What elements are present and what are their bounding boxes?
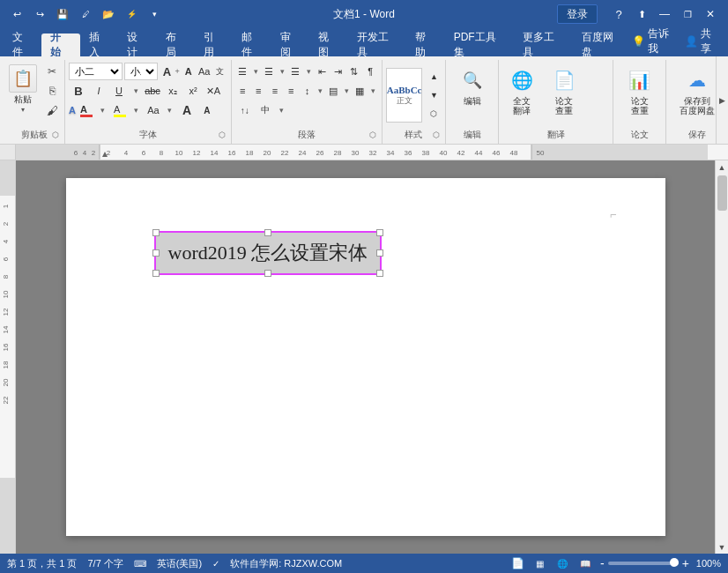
page-info[interactable]: 第 1 页，共 1 页: [7, 557, 77, 570]
qat-more-button[interactable]: ▾: [145, 4, 164, 24]
tab-pdf[interactable]: PDF工具集: [445, 33, 514, 56]
indent-button[interactable]: ⇥: [331, 63, 345, 80]
resize-handle-top[interactable]: [264, 229, 271, 236]
print-layout-view[interactable]: ▦: [531, 555, 547, 571]
multilevel-list-arrow[interactable]: ▾: [304, 63, 314, 80]
paragraph-expand-icon[interactable]: ⬡: [368, 130, 378, 140]
chinese-layout-button[interactable]: 中: [256, 101, 275, 119]
share-button[interactable]: 👤共享: [685, 26, 721, 56]
chinese-layout-arrow[interactable]: ▾: [276, 101, 288, 119]
outdent-button[interactable]: ⇤: [315, 63, 330, 80]
bullet-list-button[interactable]: ☰: [235, 63, 250, 80]
scroll-thumb[interactable]: [717, 175, 727, 211]
styles-up-button[interactable]: ▲: [424, 68, 443, 86]
tab-baidu[interactable]: 百度网盘: [573, 33, 632, 56]
copy-button[interactable]: ⎘: [42, 82, 62, 100]
resize-handle-tl[interactable]: [152, 229, 160, 236]
show-marks-button[interactable]: ¶: [362, 63, 377, 80]
redo-button[interactable]: ↪: [30, 4, 49, 24]
doc-icon[interactable]: 📄: [511, 557, 524, 569]
subscript-button[interactable]: x₂: [163, 82, 182, 100]
zoom-level[interactable]: 100%: [696, 558, 721, 569]
paste-button[interactable]: 📋 粘贴 ▾: [7, 63, 39, 115]
web-view[interactable]: 🌐: [554, 555, 570, 571]
shading2-button[interactable]: ▤: [326, 82, 341, 100]
save-qat-button[interactable]: 💾: [53, 4, 72, 24]
tab-layout[interactable]: 布局: [157, 33, 195, 56]
document-area[interactable]: word2019 怎么设置宋体 ⌐: [16, 160, 715, 554]
justify-button[interactable]: ≡: [284, 82, 299, 100]
italic-button[interactable]: I: [89, 82, 108, 100]
increase-font-button[interactable]: A: [160, 63, 174, 80]
find-button[interactable]: 🔍 编辑: [453, 63, 492, 108]
font-expand-icon[interactable]: ⬡: [217, 130, 227, 140]
vertical-scrollbar[interactable]: ▲ ▼: [715, 160, 728, 554]
word-count[interactable]: 7/7 个字: [87, 557, 123, 570]
change-case-button[interactable]: Aa: [197, 63, 212, 80]
autosave-button[interactable]: ⚡: [122, 4, 141, 24]
para-spacing-button[interactable]: ↑↓: [235, 101, 255, 119]
styles-expand-icon[interactable]: ⬡: [431, 130, 442, 140]
styles-box[interactable]: AaBbCc 正文: [386, 68, 423, 123]
login-button[interactable]: 登录: [557, 4, 598, 24]
font-name-select[interactable]: 小二: [69, 63, 123, 80]
numbered-list-arrow[interactable]: ▾: [278, 63, 287, 80]
phonetics-button[interactable]: 文: [213, 63, 227, 80]
font-size-dec2[interactable]: A: [197, 101, 217, 119]
text-box[interactable]: word2019 怎么设置宋体: [154, 231, 383, 275]
align-left-button[interactable]: ≡: [235, 82, 250, 100]
highlight-button[interactable]: A: [110, 101, 130, 119]
strikethrough-button[interactable]: abc: [143, 82, 162, 100]
scroll-track[interactable]: [716, 174, 728, 540]
cut-button[interactable]: ✂: [42, 63, 62, 80]
tab-mailing[interactable]: 邮件: [233, 33, 271, 56]
numbered-list-button[interactable]: ☰: [262, 63, 277, 80]
save-baidu-button[interactable]: ☁ 保存到百度网盘: [678, 63, 717, 117]
bold-button[interactable]: B: [69, 82, 88, 100]
tab-review[interactable]: 审阅: [271, 33, 309, 56]
customize-qat-button[interactable]: 🖊: [76, 4, 95, 24]
ribbon-toggle-icon[interactable]: ⬆: [631, 4, 652, 25]
highlight-arrow[interactable]: ▾: [130, 101, 143, 119]
tab-help[interactable]: 帮助: [406, 33, 444, 56]
full-translate-button[interactable]: 🌐 全文翻译: [502, 63, 541, 128]
bullet-list-arrow[interactable]: ▾: [251, 63, 261, 80]
border-arrow[interactable]: ▾: [368, 82, 378, 100]
restore-button[interactable]: ❐: [677, 4, 698, 25]
resize-handle-br[interactable]: [376, 270, 383, 277]
read-view[interactable]: 📖: [577, 555, 593, 571]
underline-button[interactable]: U: [109, 82, 129, 100]
zoom-thumb[interactable]: [670, 558, 679, 567]
tab-developer[interactable]: 开发工具: [348, 33, 407, 56]
multilevel-list-button[interactable]: ☰: [288, 63, 303, 80]
resize-handle-right[interactable]: [376, 249, 383, 257]
minimize-button[interactable]: —: [654, 4, 675, 25]
input-mode-icon[interactable]: ⌨: [134, 559, 146, 569]
sort-button[interactable]: ⇅: [346, 63, 361, 80]
text-effect-button[interactable]: A: [69, 105, 76, 115]
ribbon-scroll-right[interactable]: ▶: [716, 56, 728, 144]
resize-handle-tr[interactable]: [376, 229, 383, 236]
shading2-arrow[interactable]: ▾: [342, 82, 352, 100]
track-changes-icon[interactable]: ✓: [212, 559, 219, 569]
font-color-arrow[interactable]: ▾: [97, 101, 109, 119]
tab-design[interactable]: 设计: [118, 33, 156, 56]
word-count-button[interactable]: 📊 论文查重: [620, 63, 659, 117]
scroll-up-button[interactable]: ▲: [716, 160, 729, 174]
tab-view[interactable]: 视图: [309, 33, 347, 56]
format-painter-button[interactable]: 🖌: [42, 101, 62, 119]
paper-check-button[interactable]: 📄 论文查重: [545, 63, 583, 128]
superscript-button[interactable]: x²: [183, 82, 203, 100]
styles-down-button[interactable]: ▼: [424, 86, 443, 104]
align-center-button[interactable]: ≡: [251, 82, 266, 100]
shading-button[interactable]: Aa: [144, 101, 163, 119]
styles-more-button[interactable]: ⬡: [424, 105, 443, 123]
resize-handle-bottom[interactable]: [264, 270, 271, 277]
tab-home[interactable]: 开始: [41, 33, 79, 56]
tell-me-input[interactable]: 💡告诉我: [632, 26, 679, 56]
resize-handle-bl[interactable]: [152, 270, 160, 277]
zoom-slider[interactable]: [608, 562, 679, 565]
tab-references[interactable]: 引用: [195, 33, 233, 56]
language[interactable]: 英语(美国): [157, 557, 202, 570]
underline-arrow[interactable]: ▾: [130, 82, 142, 100]
